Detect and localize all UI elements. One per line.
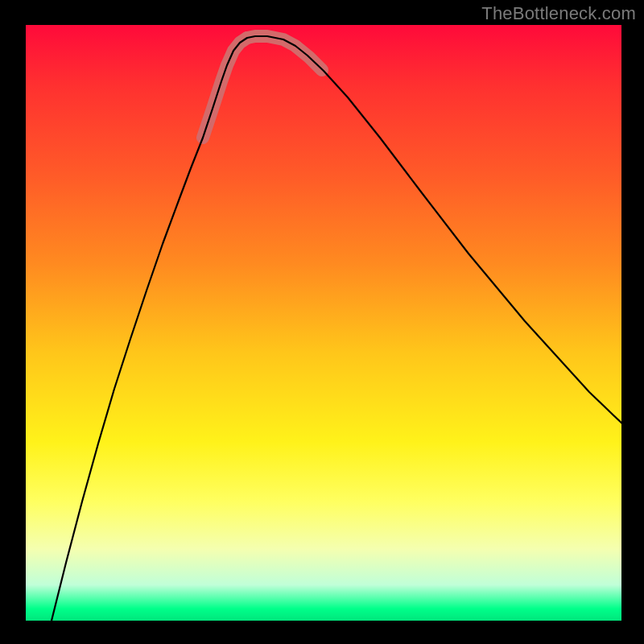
curve-layer — [26, 25, 621, 621]
watermark-text: TheBottleneck.com — [481, 3, 636, 24]
gradient-plot-area — [26, 25, 621, 621]
main-curve-path — [52, 36, 621, 621]
highlight-segment-left — [203, 38, 247, 138]
